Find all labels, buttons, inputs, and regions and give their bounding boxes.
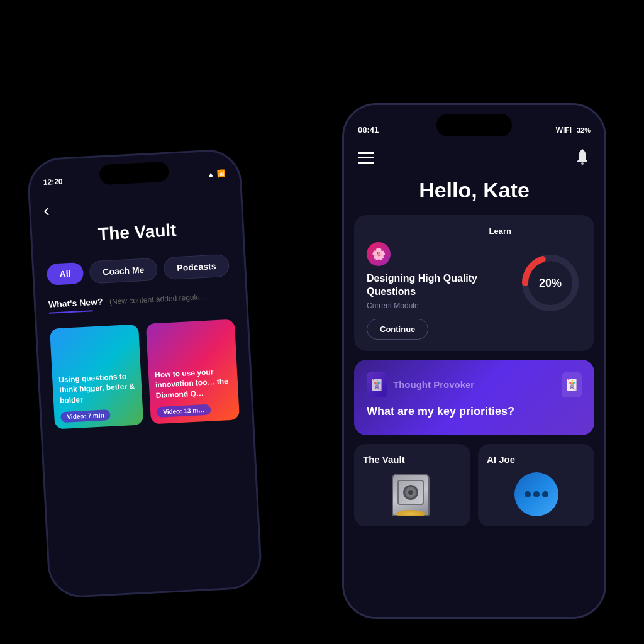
filter-tab-all[interactable]: All bbox=[47, 262, 84, 286]
continue-button[interactable]: Continue bbox=[367, 319, 428, 340]
wifi-icon-front: WiFi bbox=[556, 126, 572, 135]
ai-joe-card[interactable]: AI Joe bbox=[478, 444, 594, 526]
home-screen: 08:41 WiFi 32% bbox=[344, 105, 604, 617]
learn-card: Learn 🌸 Designing High Quality Questions… bbox=[354, 215, 594, 351]
video-badge-2: Video: 13 m… bbox=[157, 404, 211, 418]
filter-tab-podcasts[interactable]: Podcasts bbox=[163, 254, 230, 280]
learn-card-left: Learn 🌸 Designing High Quality Questions… bbox=[367, 226, 511, 340]
ai-dot-3 bbox=[542, 491, 548, 497]
learn-icon: 🌸 bbox=[367, 242, 391, 266]
thought-question: What are my key priorities? bbox=[367, 404, 582, 419]
thought-provoker-card[interactable]: 🃏 Thought Provoker 🃏 What are my key pri… bbox=[354, 360, 594, 435]
video-badge-1: Video: 7 min bbox=[60, 409, 111, 423]
ai-dot-1 bbox=[525, 491, 531, 497]
ai-dot-2 bbox=[533, 491, 540, 497]
status-icons-front: WiFi 32% bbox=[556, 126, 591, 135]
ai-joe-title: AI Joe bbox=[487, 454, 586, 465]
vault-card-title: The Vault bbox=[363, 454, 462, 465]
svg-point-0 bbox=[581, 162, 584, 165]
safe-body bbox=[392, 474, 430, 516]
bottom-cards: The Vault bbox=[344, 444, 604, 526]
status-time-front: 08:41 bbox=[358, 125, 379, 135]
vault-screen: 12:20 ▲ 📶 ‹ The Vault All Coach Me Podca… bbox=[28, 150, 261, 597]
whats-new-sub: (New content added regula… bbox=[109, 292, 208, 306]
thought-label: Thought Provoker bbox=[393, 379, 474, 390]
greeting: Hello, Kate bbox=[344, 175, 604, 215]
bell-button[interactable] bbox=[574, 148, 591, 168]
back-phone: 12:20 ▲ 📶 ‹ The Vault All Coach Me Podca… bbox=[26, 148, 263, 599]
vault-icon-wrapper bbox=[363, 472, 462, 516]
safe-illustration bbox=[392, 472, 433, 516]
status-time-back: 12:20 bbox=[43, 177, 63, 187]
hamburger-button[interactable] bbox=[358, 152, 374, 164]
thought-header: 🃏 Thought Provoker 🃏 bbox=[367, 372, 582, 397]
dynamic-island-front bbox=[436, 114, 512, 136]
thought-right-icon: 🃏 bbox=[562, 372, 582, 397]
front-phone: 08:41 WiFi 32% bbox=[342, 103, 606, 619]
signal-icon: 📶 bbox=[216, 169, 226, 178]
whats-new-underline bbox=[49, 310, 93, 314]
progress-circle: 20% bbox=[519, 252, 582, 314]
learn-title: Designing High Quality Questions bbox=[367, 272, 511, 299]
ai-joe-wrapper bbox=[487, 472, 586, 516]
safe-handle bbox=[403, 485, 418, 500]
safe-door bbox=[397, 480, 424, 505]
video-card-2[interactable]: How to use your innovation too… the Diam… bbox=[146, 319, 240, 424]
scene: 12:20 ▲ 📶 ‹ The Vault All Coach Me Podca… bbox=[0, 0, 644, 644]
video-card-1-title: Using questions to think bigger, better … bbox=[58, 370, 136, 406]
status-icons-back: ▲ 📶 bbox=[207, 169, 226, 178]
back-button[interactable]: ‹ bbox=[43, 202, 50, 219]
vault-card[interactable]: The Vault bbox=[354, 444, 470, 526]
dynamic-island-back bbox=[99, 162, 170, 186]
safe-handle-inner bbox=[408, 490, 413, 495]
thought-left-icon: 🃏 bbox=[367, 372, 387, 397]
hamburger-line-3 bbox=[358, 162, 374, 164]
video-card-2-title: How to use your innovation too… the Diam… bbox=[155, 365, 232, 401]
learn-flower-icon: 🌸 bbox=[372, 247, 386, 261]
video-cards: Using questions to think bigger, better … bbox=[37, 312, 253, 436]
learn-label: Learn bbox=[367, 226, 511, 236]
progress-text: 20% bbox=[539, 276, 562, 289]
learn-subtitle: Current Module bbox=[367, 301, 511, 310]
ai-joe-circle bbox=[514, 472, 558, 516]
wifi-icon: ▲ bbox=[207, 170, 214, 178]
hamburger-line-1 bbox=[358, 152, 374, 154]
whats-new-label: What's New? bbox=[48, 296, 103, 309]
battery-percent: 32% bbox=[577, 126, 591, 134]
hamburger-line-2 bbox=[358, 157, 374, 159]
safe-coins bbox=[396, 510, 425, 516]
video-card-1[interactable]: Using questions to think bigger, better … bbox=[50, 324, 143, 429]
home-topbar bbox=[344, 143, 604, 175]
filter-tab-coachme[interactable]: Coach Me bbox=[89, 258, 158, 284]
